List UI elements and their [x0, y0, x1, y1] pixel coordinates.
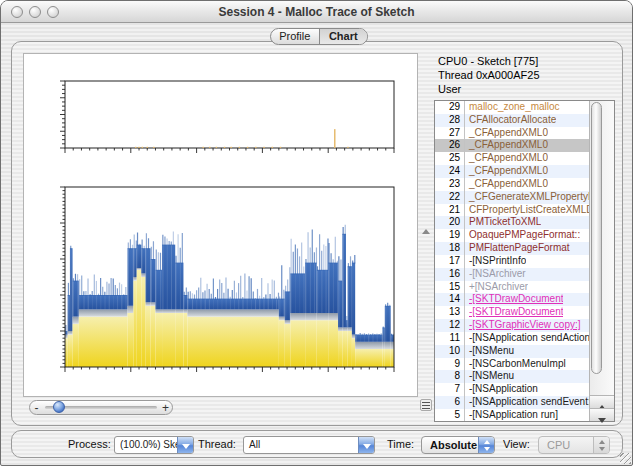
time-label: Time: — [387, 438, 414, 450]
table-row[interactable]: 7-[NSApplication — [435, 383, 589, 396]
row-number: 9 — [435, 358, 465, 371]
table-row[interactable]: 18PMFlattenPageFormat — [435, 242, 589, 255]
row-number: 28 — [435, 114, 465, 127]
table-row[interactable]: 28CFAllocatorAllocate — [435, 114, 589, 127]
process-combobox[interactable]: (100.0%) Sketch [775] — [114, 436, 194, 454]
row-number: 14 — [435, 293, 465, 306]
row-label: _CFAppendXML0 — [465, 178, 548, 191]
table-row[interactable]: 9-[NSCarbonMenuImpl — [435, 358, 589, 371]
row-label: -[NSPrintInfo — [465, 255, 526, 268]
app-window: Session 4 - Malloc Trace of Sketch Profi… — [0, 0, 633, 466]
table-row[interactable]: 21CFPropertyListCreateXMLData — [435, 204, 589, 217]
table-row[interactable]: 20PMTicketToXML — [435, 216, 589, 229]
updown-arrows-icon — [593, 437, 609, 453]
view-value: CPU — [539, 437, 593, 453]
table-row[interactable]: 6-[NSApplication sendEvent:] — [435, 396, 589, 409]
row-label: -[NSApplication sendEvent:] — [465, 396, 589, 409]
process-label: Process: — [68, 438, 111, 450]
scroll-up-button[interactable] — [590, 395, 614, 408]
view-popup: CPU — [538, 436, 610, 454]
scroll-down-button[interactable] — [590, 408, 614, 421]
row-label: PMTicketToXML — [465, 216, 541, 229]
row-label: _CFAppendXML0 — [465, 127, 548, 140]
row-number: 23 — [435, 178, 465, 191]
row-number: 5 — [435, 409, 465, 421]
charts-canvas[interactable] — [24, 54, 419, 398]
resize-grip[interactable] — [620, 453, 631, 464]
table-row[interactable]: 16-[NSArchiver — [435, 268, 589, 281]
table-row[interactable]: 26_CFAppendXML0 — [435, 139, 589, 152]
zoom-out-label: - — [30, 402, 43, 414]
row-number: 8 — [435, 370, 465, 383]
title-bar[interactable]: Session 4 - Malloc Trace of Sketch — [1, 1, 632, 23]
row-label: -[SKTDrawDocument — [465, 306, 563, 319]
table-row[interactable]: 22_CFGenerateXMLPropertyListT — [435, 191, 589, 204]
row-number: 16 — [435, 268, 465, 281]
updown-arrows-icon — [478, 437, 494, 453]
chart-panel — [23, 53, 418, 397]
thread-combobox[interactable]: All — [243, 436, 375, 454]
list-grip-icon[interactable] — [420, 399, 432, 411]
view-label: View: — [503, 438, 530, 450]
row-label: +[NSArchiver — [465, 281, 528, 294]
table-row[interactable]: 25_CFAppendXML0 — [435, 152, 589, 165]
window-title: Session 4 - Malloc Trace of Sketch — [1, 5, 632, 19]
table-row[interactable]: 15+[NSArchiver — [435, 281, 589, 294]
table-row[interactable]: 24_CFAppendXML0 — [435, 165, 589, 178]
arrow-down-icon — [598, 418, 606, 423]
row-label: -[NSApplication sendAction: — [465, 332, 589, 345]
row-number: 20 — [435, 216, 465, 229]
zoom-slider[interactable]: - + — [29, 400, 173, 415]
row-number: 11 — [435, 332, 465, 345]
scrollbar-track[interactable] — [589, 101, 614, 421]
row-label: -[NSApplication run] — [465, 409, 558, 421]
table-row[interactable]: 5-[NSApplication run] — [435, 409, 589, 421]
row-number: 15 — [435, 281, 465, 294]
scrollbar-thumb[interactable] — [591, 102, 602, 374]
row-label: -[NSApplication — [465, 383, 538, 396]
tab-control: Profile Chart — [270, 28, 368, 45]
tab-profile[interactable]: Profile — [271, 29, 319, 44]
row-number: 25 — [435, 152, 465, 165]
row-label: _CFAppendXML0 — [465, 165, 548, 178]
table-row[interactable]: 8-[NSMenu — [435, 370, 589, 383]
row-number: 19 — [435, 229, 465, 242]
table-row[interactable]: 27_CFAppendXML0 — [435, 127, 589, 140]
table-row[interactable]: 12-[SKTGraphicView copy:] — [435, 319, 589, 332]
tab-chart[interactable]: Chart — [319, 29, 368, 44]
row-number: 26 — [435, 139, 465, 152]
bottom-bar: Process: (100.0%) Sketch [775] Thread: A… — [11, 430, 623, 458]
table-row[interactable]: 19OpaquePMPageFormat:: — [435, 229, 589, 242]
row-label: -[NSMenu — [465, 370, 514, 383]
table-row[interactable]: 10-[NSMenu — [435, 345, 589, 358]
callstack-header-line2: Thread 0xA000AF25 — [438, 68, 618, 82]
table-row[interactable]: 11-[NSApplication sendAction: — [435, 332, 589, 345]
row-number: 12 — [435, 319, 465, 332]
thread-value: All — [244, 437, 358, 453]
process-value: (100.0%) Sketch [775] — [115, 437, 177, 453]
table-row[interactable]: 23_CFAppendXML0 — [435, 178, 589, 191]
time-popup[interactable]: Absolute — [421, 436, 495, 454]
pane-splitter[interactable] — [420, 53, 433, 413]
row-number: 24 — [435, 165, 465, 178]
row-number: 17 — [435, 255, 465, 268]
callstack-rows: 29malloc_zone_malloc28CFAllocatorAllocat… — [435, 101, 589, 421]
row-number: 18 — [435, 242, 465, 255]
dropdown-arrow-icon[interactable] — [177, 437, 193, 453]
row-label: CFPropertyListCreateXMLData — [465, 204, 589, 217]
row-label: -[NSArchiver — [465, 268, 526, 281]
row-number: 22 — [435, 191, 465, 204]
slider-thumb[interactable] — [53, 401, 65, 413]
table-row[interactable]: 17-[NSPrintInfo — [435, 255, 589, 268]
row-number: 13 — [435, 306, 465, 319]
table-row[interactable]: 14-[SKTDrawDocument — [435, 293, 589, 306]
row-label: -[SKTDrawDocument — [465, 293, 563, 306]
splitter-collapse-icon[interactable] — [422, 229, 430, 234]
table-row[interactable]: 13-[SKTDrawDocument — [435, 306, 589, 319]
row-number: 29 — [435, 101, 465, 114]
row-label: CFAllocatorAllocate — [465, 114, 556, 127]
row-label: _CFAppendXML0 — [465, 139, 548, 152]
slider-track[interactable] — [45, 406, 157, 409]
dropdown-arrow-icon[interactable] — [358, 437, 374, 453]
table-row[interactable]: 29malloc_zone_malloc — [435, 101, 589, 114]
